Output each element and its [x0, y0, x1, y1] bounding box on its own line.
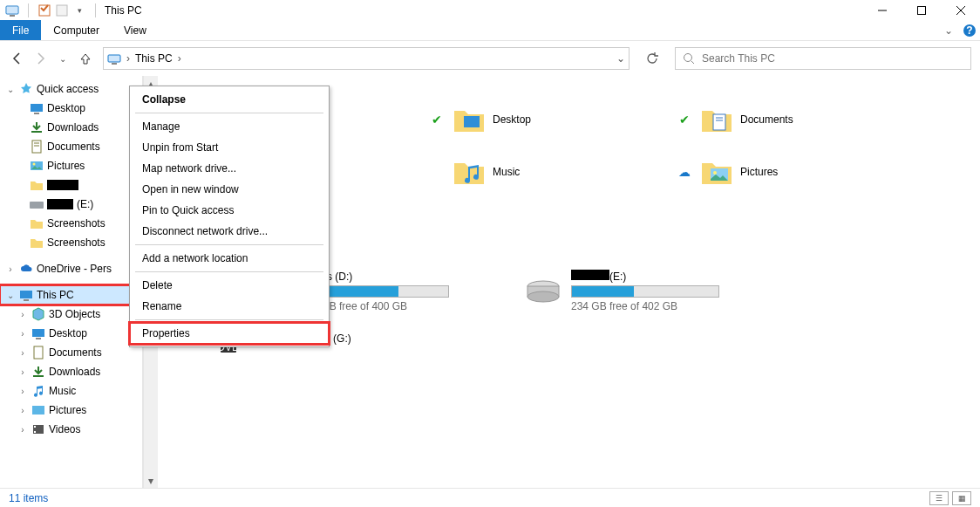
- back-button[interactable]: [9, 50, 26, 67]
- folder-desktop[interactable]: ✔ Desktop: [430, 100, 660, 139]
- forward-button[interactable]: [31, 50, 49, 67]
- svg-rect-6: [917, 6, 925, 14]
- tree-this-pc[interactable]: ⌄ This PC: [0, 285, 138, 305]
- desktop-icon: [30, 101, 44, 115]
- folder-documents[interactable]: ✔ Documents: [677, 100, 908, 139]
- close-button[interactable]: [941, 0, 980, 20]
- maximize-button[interactable]: [902, 0, 941, 20]
- chevron-right-icon[interactable]: ›: [17, 329, 28, 339]
- download-icon: [30, 120, 44, 134]
- address-dropdown-icon[interactable]: ⌄: [616, 52, 625, 65]
- chevron-down-icon[interactable]: ⌄: [5, 85, 16, 94]
- qat-dropdown-icon[interactable]: ▾: [72, 3, 86, 17]
- svg-rect-15: [31, 104, 43, 112]
- folder-icon: [700, 156, 732, 188]
- location-icon: [107, 51, 121, 65]
- folder-music[interactable]: Music: [430, 153, 660, 191]
- chevron-right-icon[interactable]: ›: [17, 310, 28, 319]
- view-details-button[interactable]: ☰: [929, 491, 949, 505]
- ctx-properties[interactable]: Properties: [130, 323, 329, 344]
- tree-documents[interactable]: Documents: [0, 137, 138, 156]
- up-button[interactable]: [77, 50, 94, 67]
- svg-point-13: [684, 54, 692, 62]
- tree-screenshots[interactable]: Screenshots: [0, 214, 138, 233]
- drive-free-text: 234 GB free of 402 GB: [571, 300, 761, 312]
- svg-rect-2: [10, 15, 15, 17]
- ctx-manage[interactable]: Manage: [130, 116, 329, 137]
- help-icon[interactable]: ?: [959, 20, 980, 40]
- drive-e[interactable]: (E:) 234 GB free of 402 GB: [526, 270, 761, 312]
- document-icon: [30, 140, 44, 154]
- folder-pictures[interactable]: ☁ Pictures: [677, 153, 908, 191]
- cube-icon: [31, 307, 45, 321]
- qat-newfolder-icon[interactable]: [55, 3, 69, 17]
- ctx-map-drive[interactable]: Map network drive...: [130, 158, 329, 179]
- tab-file[interactable]: File: [0, 20, 41, 40]
- tree-desktop[interactable]: ›Desktop: [0, 324, 138, 343]
- svg-rect-35: [713, 114, 725, 130]
- ribbon-collapse-icon[interactable]: ⌄: [938, 20, 959, 40]
- svg-point-22: [33, 163, 36, 166]
- tree-downloads[interactable]: ›Downloads: [0, 362, 138, 381]
- ctx-add-location[interactable]: Add a network location: [130, 248, 329, 269]
- drive-usage-bar: [571, 285, 719, 298]
- folder-icon: [30, 178, 44, 192]
- view-large-button[interactable]: ▦: [952, 491, 971, 505]
- tree-videos[interactable]: ›Videos: [0, 420, 138, 439]
- ctx-collapse[interactable]: Collapse: [130, 89, 329, 110]
- status-bar: 11 items ☰ ▦: [0, 488, 980, 507]
- recent-button[interactable]: ⌄: [54, 50, 71, 67]
- ctx-rename[interactable]: Rename: [130, 296, 329, 317]
- app-icon: [5, 3, 19, 17]
- tree-pictures[interactable]: Pictures: [0, 156, 138, 175]
- svg-rect-25: [24, 299, 29, 301]
- address-bar[interactable]: › This PC › ⌄: [103, 47, 630, 70]
- tree-documents[interactable]: ›Documents: [0, 343, 138, 362]
- tab-computer[interactable]: Computer: [41, 20, 112, 40]
- chevron-right-icon[interactable]: ›: [5, 264, 16, 274]
- ctx-open-new-window[interactable]: Open in new window: [130, 179, 329, 200]
- tree-quick-access[interactable]: ⌄ Quick access: [0, 79, 138, 99]
- chevron-right-icon[interactable]: ›: [17, 406, 28, 415]
- tree-desktop[interactable]: Desktop: [0, 99, 138, 118]
- tree-redacted-folder[interactable]: [0, 175, 138, 195]
- minimize-button[interactable]: [862, 0, 902, 20]
- tree-screenshots[interactable]: Screenshots: [0, 233, 138, 252]
- ctx-disconnect-drive[interactable]: Disconnect network drive...: [130, 221, 329, 242]
- search-box[interactable]: [675, 47, 971, 70]
- svg-rect-32: [34, 426, 36, 428]
- tab-view[interactable]: View: [112, 20, 159, 40]
- tree-onedrive[interactable]: ›OneDrive - Pers: [0, 259, 138, 278]
- svg-line-14: [691, 61, 694, 64]
- ctx-delete[interactable]: Delete: [130, 275, 329, 296]
- svg-rect-34: [464, 116, 480, 127]
- tree-music[interactable]: ›Music: [0, 381, 138, 401]
- svg-rect-24: [20, 291, 32, 298]
- search-input[interactable]: [702, 52, 963, 65]
- tree-redacted-drive[interactable]: (E:): [0, 195, 138, 214]
- breadcrumb-chevron-icon[interactable]: ›: [178, 52, 181, 65]
- chevron-right-icon[interactable]: ›: [17, 387, 28, 396]
- chevron-right-icon[interactable]: ›: [17, 367, 28, 377]
- qat-properties-icon[interactable]: [37, 3, 51, 17]
- drive-name: (E:): [571, 270, 761, 283]
- refresh-button[interactable]: [638, 47, 666, 70]
- picture-icon: [30, 159, 44, 173]
- sync-ok-icon: ✔: [677, 113, 691, 127]
- chevron-right-icon[interactable]: ›: [17, 348, 28, 358]
- nav-row: ⌄ › This PC › ⌄: [0, 41, 980, 76]
- chevron-right-icon[interactable]: ›: [17, 425, 28, 435]
- desktop-icon: [31, 326, 45, 340]
- chevron-down-icon[interactable]: ⌄: [5, 291, 16, 300]
- folder-icon: [30, 236, 44, 250]
- breadcrumb[interactable]: This PC: [135, 52, 173, 65]
- tree-pictures[interactable]: ›Pictures: [0, 401, 138, 420]
- sync-ok-icon: ✔: [430, 113, 444, 127]
- tree-3d-objects[interactable]: ›3D Objects: [0, 305, 138, 324]
- ctx-unpin-start[interactable]: Unpin from Start: [130, 137, 329, 158]
- ctx-pin-quick[interactable]: Pin to Quick access: [130, 200, 329, 221]
- tree-downloads[interactable]: Downloads: [0, 118, 138, 137]
- breadcrumb-chevron-icon[interactable]: ›: [126, 52, 130, 65]
- scroll-down-icon[interactable]: ▾: [144, 473, 158, 488]
- svg-point-39: [713, 171, 717, 175]
